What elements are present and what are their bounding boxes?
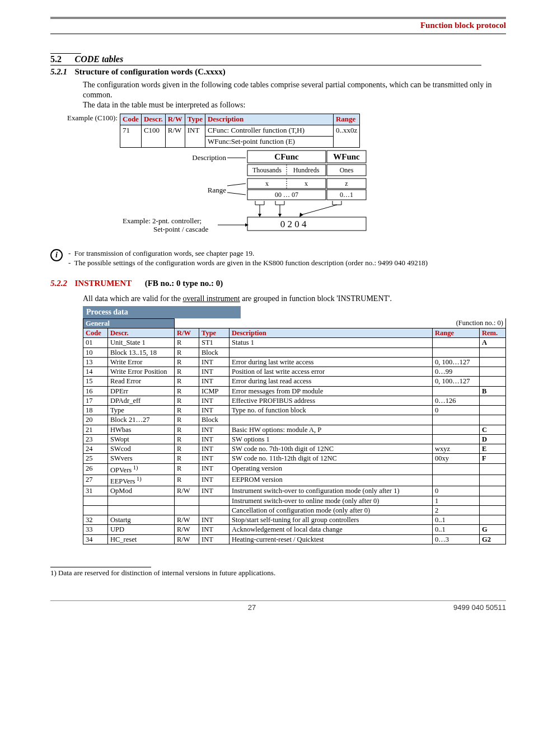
table-row: 17DPAdr_effRINTEffective PROFIBUS addres… [83, 396, 506, 405]
ex-r-type: INT [185, 125, 205, 148]
diag-example-note1: Example: 2-pnt. controller; [123, 217, 202, 225]
info-line-1: - For transmission of configuration word… [68, 249, 428, 259]
sec-title-5-2: CODE tables [75, 54, 124, 64]
table-row: 14Write Error PositionRINTPosition of la… [83, 367, 506, 377]
s522-intro: All data which are valid for the overall… [83, 294, 506, 304]
ex-h-desc: Description [205, 114, 333, 125]
ex-r-code: 71 [120, 125, 142, 148]
sec-title-5-2-2-a: INSTRUMENT [75, 279, 132, 288]
ex-h-type: Type [185, 114, 205, 125]
svg-marker-21 [245, 223, 249, 227]
diag-description-label: Description [192, 153, 226, 162]
header-title: Function block protocol [50, 20, 506, 34]
info-line-2: - The possible settings of the configura… [68, 259, 428, 268]
page-footer: 27 9499 040 50511 [50, 600, 506, 613]
ex-r-desc2: WFunc:Set-point function (E) [205, 137, 333, 148]
sec-num-5-2-2: 5.2.2 [50, 278, 73, 289]
diag-example-note2: Set-point / cascade [153, 225, 208, 233]
svg-rect-19 [247, 217, 366, 231]
table-row: 15Read ErrorRINTError during last read a… [83, 377, 506, 386]
ex-r-desc: CFunc: Controller function (T,H) [205, 125, 333, 137]
svg-marker-14 [258, 214, 261, 217]
table-row: 24SWcodRINTSW code no. 7th-10th digit of… [83, 444, 506, 454]
svg-line-17 [301, 205, 337, 215]
diag-x2: x [305, 180, 308, 187]
ex-r-range: 0..xx0z [333, 125, 359, 148]
table-row: 23SWoptRINTSW options 1D [83, 434, 506, 444]
process-data-header: Process data [83, 306, 241, 318]
example-label: Example (C100): [50, 114, 120, 123]
mh-desc: Description [229, 328, 433, 338]
info-icon: i [50, 249, 63, 261]
ex-h-descr: Descr. [141, 114, 165, 125]
diag-wfunc: WFunc [333, 152, 360, 161]
table-row: 01Unit_State 1RST1Status 1A [83, 338, 506, 348]
table-row: 20Block 21…27RBlock [83, 415, 506, 425]
svg-line-10 [227, 192, 246, 195]
process-data-table: General (Function no.: 0) Code Descr. R/… [83, 318, 506, 544]
sec-num-5-2-1: 5.2.1 [50, 67, 73, 78]
table-row: 10Block 13..15, 18RBlock [83, 348, 506, 357]
svg-marker-16 [278, 214, 282, 217]
mh-type: Type [199, 328, 229, 338]
config-diagram: Description CFunc WFunc Thousands Hundre… [120, 148, 433, 243]
section-5-2: 5.2 CODE tables [50, 53, 506, 66]
ex-r-descr: C100 [141, 125, 165, 148]
section-5-2-2: 5.2.2 INSTRUMENT (FB no.: 0 type no.: 0)… [50, 278, 506, 544]
sec-title-5-2-2-b: (FB no.: 0 type no.: 0) [145, 279, 223, 288]
diag-result: 0 2 0 4 [280, 219, 307, 229]
general-header: General [83, 318, 175, 328]
diag-range-label: Range [208, 186, 226, 194]
table-row: 32OstartgR/WINTStop/start self-tuning fo… [83, 515, 506, 525]
doc-number: 9499 040 50511 [453, 603, 506, 613]
diag-z: z [345, 180, 348, 187]
ex-h-code: Code [120, 114, 142, 125]
table-row: 25SWversRINTSW code no. 11th-12th digit … [83, 454, 506, 463]
mh-code: Code [83, 328, 108, 338]
table-row: 18TypeRINTType no. of function block0 [83, 406, 506, 415]
mh-descr: Descr. [108, 328, 175, 338]
s521-para2: The data in the table must be interprete… [83, 100, 506, 110]
ex-r-rw: R/W [165, 125, 185, 148]
function-no: (Function no.: 0) [175, 318, 506, 328]
sec-num-5-2: 5.2 [50, 54, 73, 65]
mh-range: Range [433, 328, 480, 338]
section-5-2-1: 5.2.1 Structure of configuration words (… [50, 67, 506, 268]
table-row: 13Write ErrorRINTError during last write… [83, 357, 506, 367]
sec-title-5-2-1: Structure of configuration words (C.xxxx… [75, 67, 226, 76]
s521-para1: The configuration words given in the fol… [83, 80, 506, 100]
footnote: 1) Data are reserved for distinction of … [50, 567, 506, 578]
diag-r2: 0…1 [340, 191, 353, 199]
diag-ones: Ones [340, 166, 354, 174]
diag-thousands: Thousands [252, 166, 282, 174]
top-bar [50, 17, 506, 19]
table-row: Instrument switch-over to online mode (o… [83, 496, 506, 505]
table-row: 34HC_resetR/WINTHeating-current-reset / … [83, 534, 506, 544]
table-row: 16DPErrRICMPError messages from DP modul… [83, 386, 506, 396]
table-row: 26OPVers 1)RINTOperating version [83, 463, 506, 475]
diag-hundreds: Hundreds [293, 166, 320, 174]
example-header-table: Code Descr. R/W Type Description Range 7… [120, 114, 360, 148]
mh-rem: Rem. [480, 328, 506, 338]
diag-x1: x [265, 180, 269, 187]
table-row: 33UPDR/WINTAcknowledgement of local data… [83, 525, 506, 534]
svg-marker-18 [299, 213, 303, 217]
ex-h-range: Range [333, 114, 359, 125]
table-row: 31OpModR/WINTInstrument switch-over to c… [83, 486, 506, 496]
page-number: 27 [248, 603, 256, 613]
table-row: 21HWbasRINTBasic HW options: module A, P… [83, 425, 506, 434]
table-row: Cancellation of configuration mode (only… [83, 505, 506, 515]
table-row: 27EEPVers 1)RINTEEPROM version [83, 475, 506, 486]
ex-h-rw: R/W [165, 114, 185, 125]
diag-r1: 00 … 07 [275, 191, 298, 199]
diag-cfunc: CFunc [274, 152, 299, 161]
svg-line-9 [227, 184, 246, 186]
mh-rw: R/W [175, 328, 199, 338]
